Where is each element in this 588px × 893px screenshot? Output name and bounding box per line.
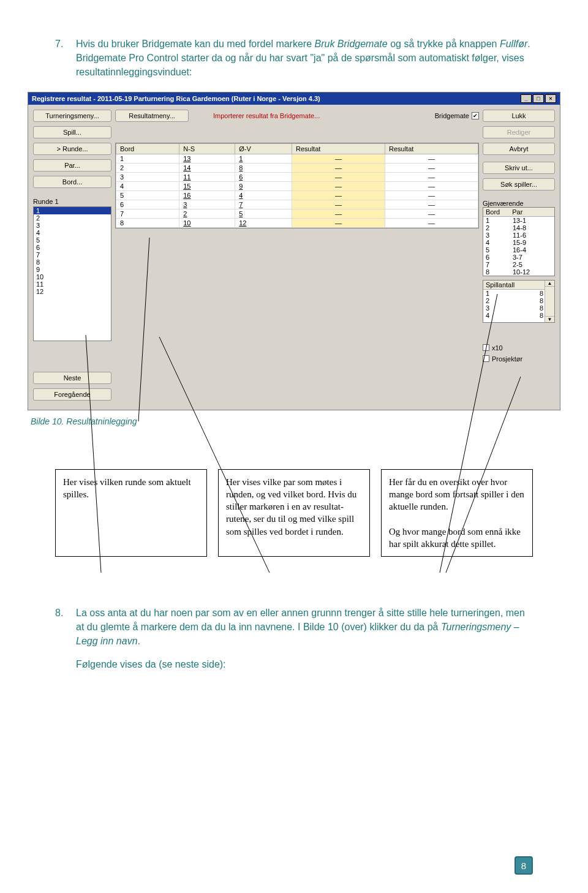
runde-item[interactable]: 5: [34, 236, 111, 244]
table-row: 3116——: [116, 172, 478, 181]
import-status: Importerer resultat fra Bridgemate...: [213, 110, 320, 119]
callout-2: Her vises vilke par som møtes i runden, …: [218, 469, 370, 557]
spillantall-title: Spillantall: [486, 281, 514, 288]
table-header: Resultat: [292, 143, 385, 154]
runde-item[interactable]: 7: [34, 251, 111, 258]
left-button-0[interactable]: Turneringsmeny...: [33, 110, 111, 122]
item8-follow: Følgende vises da (se neste side):: [76, 657, 533, 671]
neste-button[interactable]: Neste: [33, 372, 111, 384]
callout-3: Her får du en oversikt over hvor mange b…: [381, 469, 533, 557]
gjen-row: 810-12: [483, 268, 554, 276]
runde-item[interactable]: 2: [34, 214, 111, 222]
resultatmeny-button[interactable]: Resultatmeny...: [115, 110, 189, 122]
scroll-down-icon[interactable]: ▼: [545, 316, 554, 322]
titlebar: Registrere resultat - 2011-05-19 Parturn…: [28, 92, 560, 105]
gjenvaerende-title: Gjenværende: [483, 200, 555, 207]
table-row: 81012——: [116, 218, 478, 227]
gjen-row: 214-8: [483, 224, 554, 232]
left-button-3[interactable]: Par...: [33, 159, 111, 171]
callout-1: Her vises vilken runde som aktuelt spill…: [55, 469, 207, 557]
sokspiller-button[interactable]: Søk spiller...: [483, 178, 555, 190]
result-table: BordN-SØ-VResultatResultat1131——2148——31…: [115, 143, 479, 228]
table-row: 2148——: [116, 163, 478, 172]
left-button-4[interactable]: Bord...: [33, 176, 111, 188]
runde-item[interactable]: 8: [34, 258, 111, 266]
window-title: Registrere resultat - 2011-05-19 Parturn…: [32, 95, 320, 102]
maximize-button[interactable]: □: [533, 94, 544, 103]
bridgemate-label: Bridgemate: [435, 112, 469, 119]
table-header: Resultat: [385, 143, 478, 154]
spillantall-row: 38: [483, 304, 554, 312]
item8-text-b: .: [138, 636, 140, 646]
table-row: 4159——: [116, 181, 478, 190]
item8-body: La oss anta at du har noen par som av en…: [76, 606, 533, 649]
runde-item[interactable]: 1: [34, 207, 111, 214]
rediger-button[interactable]: Rediger: [483, 126, 555, 138]
item7-text-b: og så trykke på knappen: [388, 39, 500, 49]
spillantall-row: 48: [483, 312, 554, 319]
foregaende-button[interactable]: Foregående: [33, 388, 111, 401]
table-row: 637——: [116, 200, 478, 209]
runde-item[interactable]: 9: [34, 266, 111, 273]
lukk-button[interactable]: Lukk: [483, 110, 555, 122]
gjen-row: 415-9: [483, 239, 554, 246]
gjen-row: 72-5: [483, 261, 554, 268]
item7-italic-b: Fullfør: [500, 39, 527, 49]
spillantall-row: 28: [483, 297, 554, 304]
table-header: Ø-V: [235, 143, 292, 154]
runde-item[interactable]: 3: [34, 222, 111, 229]
runde-item[interactable]: 10: [34, 273, 111, 281]
gjen-header: Bord: [486, 208, 500, 216]
gjen-header: Par: [512, 208, 522, 216]
spillantall-row: 18: [483, 290, 554, 297]
gjen-row: 63-7: [483, 254, 554, 261]
runde-item[interactable]: 12: [34, 288, 111, 295]
scroll-up-icon[interactable]: ▲: [545, 281, 554, 287]
item8-number: 8.: [55, 606, 70, 649]
item7-body: Hvis du bruker Bridgemate kan du med for…: [76, 37, 533, 80]
avbryt-button[interactable]: Avbryt: [483, 143, 555, 155]
gjen-row: 311-6: [483, 232, 554, 239]
gjen-row: 516-4: [483, 246, 554, 254]
table-header: N-S: [179, 143, 235, 154]
table-row: 725——: [116, 209, 478, 218]
x10-label: x10: [492, 344, 503, 352]
x10-checkbox[interactable]: [483, 344, 489, 351]
runde-item[interactable]: 4: [34, 229, 111, 236]
gjenvaerende-panel: BordPar113-1214-8311-6415-9516-463-772-5…: [483, 207, 555, 276]
table-header: Bord: [116, 143, 179, 154]
skrivut-button[interactable]: Skriv ut...: [483, 162, 555, 174]
minimize-button[interactable]: _: [521, 94, 532, 103]
result-window: Registrere resultat - 2011-05-19 Parturn…: [28, 92, 560, 410]
prosjektor-label: Prosjektør: [492, 355, 522, 363]
bridgemate-checkbox[interactable]: ✔: [472, 112, 479, 119]
runde-item[interactable]: 6: [34, 244, 111, 251]
left-button-2[interactable]: > Runde...: [33, 143, 111, 155]
table-row: 5164——: [116, 190, 478, 200]
figure-caption: Bilde 10. Resultatninlegging: [31, 416, 588, 426]
close-button[interactable]: ×: [545, 94, 556, 103]
runde-label: Runde 1: [33, 198, 111, 205]
left-button-1[interactable]: Spill...: [33, 126, 111, 138]
item7-italic-a: Bruk Bridgemate: [315, 39, 388, 49]
runde-listbox[interactable]: 123456789101112: [33, 206, 111, 341]
gjen-row: 113-1: [483, 217, 554, 224]
page-number: 8: [514, 856, 533, 875]
item7-number: 7.: [55, 37, 70, 80]
runde-item[interactable]: 11: [34, 281, 111, 288]
table-row: 1131——: [116, 154, 478, 163]
prosjektor-checkbox[interactable]: [483, 355, 489, 362]
item7-text-a: Hvis du bruker Bridgemate kan du med for…: [76, 39, 315, 49]
spillantall-panel: ▲ ▼ Spillantall18283848: [483, 280, 555, 323]
